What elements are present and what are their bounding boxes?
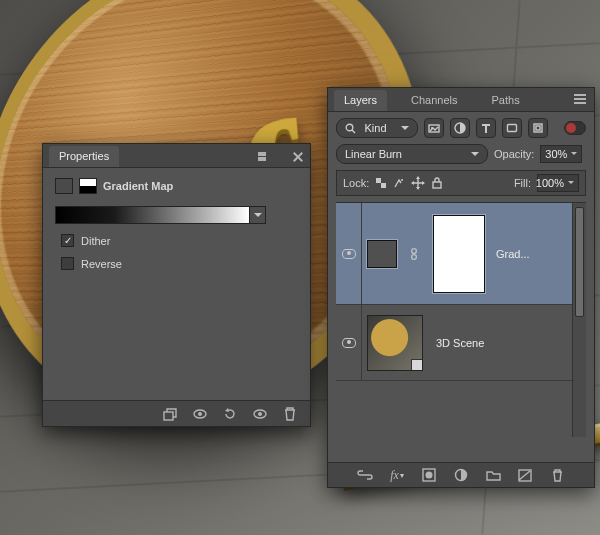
new-adjustment-icon[interactable]: [453, 467, 469, 483]
visibility-toggle[interactable]: [342, 249, 356, 259]
reset-icon[interactable]: [222, 406, 238, 422]
svg-rect-11: [534, 124, 542, 132]
svg-line-6: [352, 130, 355, 133]
svg-point-17: [412, 248, 417, 253]
toggle-visibility-icon[interactable]: [252, 406, 268, 422]
adjustment-thumb[interactable]: [367, 240, 397, 268]
layer-list: Grad... 3D Scene: [336, 202, 586, 437]
svg-point-2: [198, 412, 202, 416]
svg-point-5: [346, 124, 353, 131]
svg-rect-13: [376, 178, 381, 183]
filter-adjust-icon[interactable]: [450, 118, 470, 138]
svg-rect-0: [164, 412, 173, 420]
link-mask-icon[interactable]: [408, 247, 422, 261]
visibility-toggle[interactable]: [342, 338, 356, 348]
gradient-dropdown-icon[interactable]: [250, 206, 266, 224]
dither-label: Dither: [81, 235, 110, 247]
filter-shape-icon[interactable]: [502, 118, 522, 138]
layer-row-3d-scene[interactable]: 3D Scene: [336, 305, 586, 381]
filter-kind-label: Kind: [364, 122, 386, 134]
layer-name[interactable]: 3D Scene: [436, 337, 586, 349]
svg-rect-14: [381, 183, 386, 188]
layer-row-gradient-map[interactable]: Grad...: [336, 203, 586, 305]
gradient-swatch[interactable]: [55, 206, 250, 224]
layer-mask-thumb[interactable]: [433, 215, 485, 293]
blend-opacity-row: Linear Burn Opacity: 30%: [336, 144, 586, 164]
layers-footer: fx▾: [328, 462, 594, 487]
add-mask-icon[interactable]: [421, 467, 437, 483]
layers-header: Layers Channels Paths: [328, 88, 594, 112]
dither-checkbox[interactable]: ✓: [61, 234, 74, 247]
reverse-label: Reverse: [81, 258, 122, 270]
lock-transparency-icon[interactable]: [375, 177, 387, 189]
svg-point-15: [401, 179, 403, 181]
trash-icon[interactable]: [282, 406, 298, 422]
blend-mode-value: Linear Burn: [345, 148, 402, 160]
opacity-input[interactable]: 30%: [540, 145, 582, 163]
properties-footer: [43, 400, 310, 426]
delete-layer-icon[interactable]: [549, 467, 565, 483]
filter-smart-icon[interactable]: [528, 118, 548, 138]
svg-rect-12: [536, 126, 540, 130]
layer-thumb[interactable]: [367, 315, 423, 371]
tab-layers[interactable]: Layers: [334, 90, 387, 111]
scrollbar[interactable]: [572, 203, 586, 437]
svg-point-4: [258, 412, 262, 416]
3d-badge-icon: [411, 359, 423, 371]
fill-label: Fill:: [514, 177, 531, 189]
layer-filter-row: Kind: [336, 118, 586, 138]
lock-label: Lock:: [343, 177, 369, 189]
filter-pixel-icon[interactable]: [424, 118, 444, 138]
fill-input[interactable]: 100%: [537, 174, 579, 192]
layers-panel: Layers Channels Paths Kind Linear Burn O…: [327, 87, 595, 488]
dither-row[interactable]: ✓ Dither: [61, 234, 298, 247]
reverse-row[interactable]: Reverse: [61, 257, 298, 270]
new-group-icon[interactable]: [485, 467, 501, 483]
properties-tab[interactable]: Properties: [49, 146, 119, 167]
view-previous-icon[interactable]: [192, 406, 208, 422]
close-icon[interactable]: [292, 151, 304, 163]
link-layers-icon[interactable]: [357, 467, 373, 483]
filter-type-icon[interactable]: [476, 118, 496, 138]
adjustment-title: Gradient Map: [103, 180, 173, 192]
filter-kind-select[interactable]: Kind: [336, 118, 418, 138]
blend-mode-select[interactable]: Linear Burn: [336, 144, 488, 164]
scrollbar-thumb[interactable]: [575, 207, 584, 317]
layer-thumb-icon[interactable]: [55, 178, 73, 194]
search-icon: [345, 123, 356, 134]
lock-image-icon[interactable]: [393, 177, 405, 189]
lock-fill-row: Lock: Fill: 100%: [336, 170, 586, 196]
properties-header: Properties: [43, 144, 310, 168]
layer-style-icon[interactable]: fx▾: [389, 467, 405, 483]
gradient-picker[interactable]: [55, 206, 298, 224]
tab-paths[interactable]: Paths: [482, 90, 530, 111]
reverse-checkbox[interactable]: [61, 257, 74, 270]
svg-point-18: [412, 254, 417, 259]
clip-to-layer-icon[interactable]: [162, 406, 178, 422]
svg-rect-16: [433, 182, 441, 188]
lock-position-icon[interactable]: [411, 176, 425, 190]
filter-toggle[interactable]: [564, 121, 586, 135]
collapse-icon[interactable]: [258, 150, 272, 164]
panel-menu-icon[interactable]: [574, 94, 588, 108]
new-layer-icon[interactable]: [517, 467, 533, 483]
adjustment-title-row: Gradient Map: [55, 178, 298, 194]
gradient-map-icon[interactable]: [79, 178, 97, 194]
opacity-label: Opacity:: [494, 148, 534, 160]
properties-panel: Properties Gradient Map ✓ Dither Reverse: [42, 143, 311, 427]
svg-point-21: [426, 472, 433, 479]
tab-channels[interactable]: Channels: [401, 90, 467, 111]
lock-all-icon[interactable]: [431, 176, 443, 190]
svg-rect-10: [508, 125, 517, 132]
